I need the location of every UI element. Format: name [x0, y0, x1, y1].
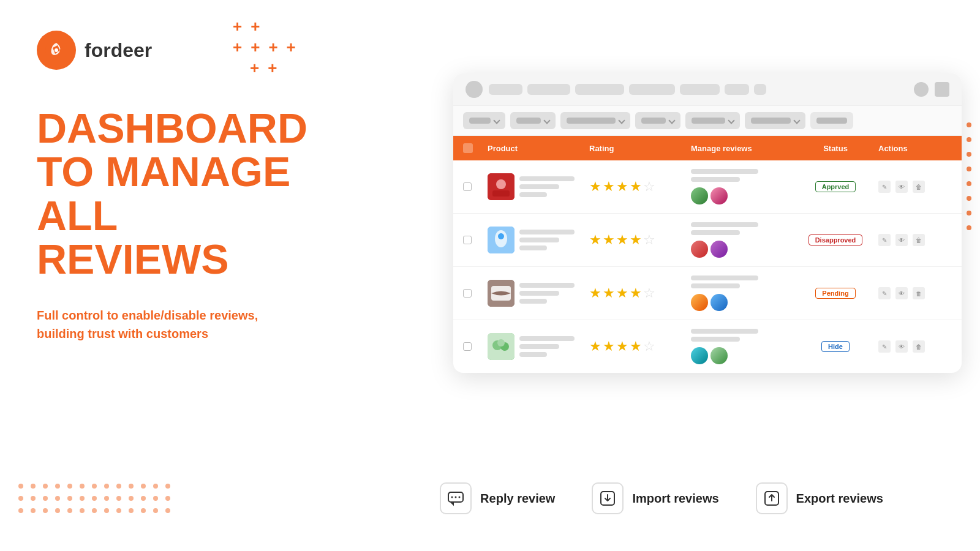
- main-title: DASHBOARD TO MANAGE ALL REVIEWS: [37, 107, 318, 282]
- hero-subtitle: Full control to enable/disable reviews,b…: [37, 306, 318, 343]
- rating-cell-3: ★ ★ ★ ★ ☆: [589, 285, 691, 301]
- nav-settings-icon[interactable]: [935, 82, 949, 97]
- avatar: [710, 241, 728, 258]
- filter-pill-1[interactable]: [463, 112, 505, 129]
- nav-search-icon[interactable]: [914, 82, 929, 97]
- header-checkbox[interactable]: [463, 143, 473, 153]
- import-reviews-label: Import reviews: [632, 492, 718, 506]
- feature-export-reviews[interactable]: Export reviews: [756, 482, 883, 514]
- status-cell-4: Hide: [793, 341, 878, 352]
- logo-area: fordeer: [37, 31, 318, 70]
- th-status: Status: [793, 144, 878, 153]
- reply-review-label: Reply review: [480, 492, 555, 506]
- avatar: [691, 347, 708, 364]
- feature-import-reviews[interactable]: Import reviews: [592, 482, 718, 514]
- table-row: ★ ★ ★ ★ ☆ Disapproved ✎ 👁 🗑: [453, 214, 962, 267]
- filter-pill-6[interactable]: [745, 112, 805, 129]
- avatar: [691, 294, 708, 311]
- status-badge-pending: Pending: [815, 288, 855, 299]
- edit-button-4[interactable]: ✎: [878, 340, 891, 353]
- status-badge-hide: Hide: [821, 341, 850, 352]
- status-cell-1: Apprved: [793, 181, 878, 192]
- svg-point-15: [451, 497, 453, 498]
- feature-reply-review[interactable]: Reply review: [440, 482, 555, 514]
- th-rating: Rating: [589, 144, 691, 153]
- row-checkbox-1[interactable]: [463, 182, 472, 191]
- table-header: Product Rating Manage reviews Status Act…: [453, 136, 962, 160]
- avatars-4: [691, 347, 793, 364]
- export-reviews-icon: [756, 482, 788, 514]
- nav-pill-3[interactable]: [575, 84, 624, 95]
- filter-bar: [453, 106, 962, 136]
- avatar: [691, 241, 708, 258]
- svg-point-1: [55, 48, 58, 52]
- filter-pill-4[interactable]: [635, 112, 680, 129]
- th-product: Product: [488, 144, 589, 153]
- rating-cell-1: ★ ★ ★ ★ ☆: [589, 179, 691, 195]
- avatars-3: [691, 294, 793, 311]
- product-lines-3: [519, 283, 575, 304]
- nav-pill-6[interactable]: [725, 84, 749, 95]
- product-lines-1: [519, 176, 575, 197]
- product-lines-2: [519, 230, 575, 250]
- svg-point-7: [498, 233, 504, 239]
- edit-button-2[interactable]: ✎: [878, 234, 891, 246]
- nav-pill-2[interactable]: [527, 84, 570, 95]
- manage-cell-1: [691, 169, 793, 204]
- filter-pill-5[interactable]: [685, 112, 740, 129]
- dot-grid-decoration: [18, 484, 170, 520]
- nav-pill-5[interactable]: [680, 84, 720, 95]
- import-reviews-icon: [592, 482, 624, 514]
- delete-button-1[interactable]: 🗑: [913, 181, 925, 193]
- dashboard-panel: Product Rating Manage reviews Status Act…: [453, 73, 962, 373]
- view-button-2[interactable]: 👁: [895, 234, 908, 246]
- product-cell-3: [488, 280, 589, 307]
- delete-button-2[interactable]: 🗑: [913, 234, 925, 246]
- row-checkbox-3[interactable]: [463, 289, 472, 298]
- avatar: [710, 294, 728, 311]
- nav-bar: [453, 73, 962, 106]
- filter-pill-7[interactable]: [810, 112, 853, 129]
- nav-pill-4[interactable]: [629, 84, 675, 95]
- actions-cell-4: ✎ 👁 🗑: [878, 340, 952, 353]
- rating-cell-4: ★ ★ ★ ★ ☆: [589, 339, 691, 354]
- nav-pill-7[interactable]: [754, 84, 766, 95]
- left-section: fordeer DASHBOARD TO MANAGE ALL REVIEWS …: [0, 0, 355, 551]
- view-button-3[interactable]: 👁: [895, 287, 908, 299]
- logo-text: fordeer: [85, 39, 152, 62]
- manage-cell-2: [691, 222, 793, 258]
- th-actions: Actions: [878, 144, 952, 153]
- dot-right-decoration: [967, 122, 971, 230]
- avatar: [691, 187, 708, 204]
- svg-point-17: [459, 497, 461, 498]
- status-badge-approved: Apprved: [815, 181, 856, 192]
- product-cell-4: [488, 333, 589, 360]
- table-row: ★ ★ ★ ★ ☆ Apprved ✎ 👁 🗑: [453, 160, 962, 214]
- actions-cell-3: ✎ 👁 🗑: [878, 287, 952, 299]
- actions-cell-2: ✎ 👁 🗑: [878, 234, 952, 246]
- product-thumbnail-2: [488, 227, 514, 253]
- product-thumbnail-1: [488, 173, 514, 200]
- edit-button-3[interactable]: ✎: [878, 287, 891, 299]
- product-cell-2: [488, 227, 589, 253]
- filter-pill-3[interactable]: [560, 112, 630, 129]
- svg-rect-4: [492, 190, 510, 197]
- delete-button-3[interactable]: 🗑: [913, 287, 925, 299]
- rating-cell-2: ★ ★ ★ ★ ☆: [589, 232, 691, 248]
- filter-pill-2[interactable]: [510, 112, 556, 129]
- row-checkbox-2[interactable]: [463, 236, 472, 244]
- delete-button-4[interactable]: 🗑: [913, 340, 925, 353]
- logo-icon: [37, 31, 76, 70]
- view-button-4[interactable]: 👁: [895, 340, 908, 353]
- product-cell-1: [488, 173, 589, 200]
- product-lines-4: [519, 336, 575, 357]
- status-cell-3: Pending: [793, 288, 878, 299]
- status-cell-2: Disapproved: [793, 234, 878, 246]
- nav-pill-1[interactable]: [489, 84, 522, 95]
- table-body: ★ ★ ★ ★ ☆ Apprved ✎ 👁 🗑: [453, 160, 962, 373]
- table-row: ★ ★ ★ ★ ☆ Hide ✎ 👁 🗑: [453, 320, 962, 373]
- edit-button-1[interactable]: ✎: [878, 181, 891, 193]
- reply-review-icon: [440, 482, 472, 514]
- view-button-1[interactable]: 👁: [895, 181, 908, 193]
- row-checkbox-4[interactable]: [463, 342, 472, 351]
